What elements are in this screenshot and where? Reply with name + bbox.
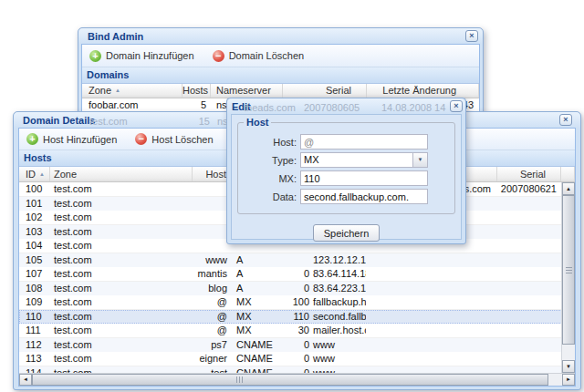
cell-zone: test.com — [50, 267, 193, 281]
cell-host: eigner — [193, 352, 231, 366]
scroll-down-icon[interactable]: ▼ — [562, 360, 575, 373]
cell-serial — [497, 239, 561, 253]
host-row[interactable]: 114 test.com test CNAME 0 www — [19, 366, 575, 374]
data-field[interactable] — [300, 189, 428, 204]
cell-host — [193, 239, 231, 253]
save-button[interactable]: Speichern — [313, 224, 381, 242]
cell-host: test — [193, 366, 231, 374]
cell-id: 113 — [19, 352, 50, 366]
scroll-up-icon[interactable]: ▲ — [562, 182, 575, 195]
scroll-right-icon[interactable]: ► — [562, 374, 575, 386]
bind-admin-titlebar[interactable]: Bind Admin × — [78, 28, 483, 44]
domain-details-title: Domain Details — [23, 115, 95, 126]
host-row[interactable]: 105 test.com www A 123.12.12.1 — [19, 253, 575, 268]
host-field[interactable] — [300, 134, 428, 150]
sort-asc-icon: ▲ — [115, 88, 120, 93]
cell-zone: test.com — [50, 282, 193, 296]
host-row[interactable]: 108 test.com blog A 0 83.64.223.186 — [19, 282, 575, 296]
host-field-label: Host: — [238, 137, 297, 148]
cell-data: second.fallbackup.com. — [309, 310, 366, 325]
remove-icon: − — [213, 50, 224, 62]
cell-data: www — [309, 366, 366, 374]
domains-panel-header: Domains — [82, 67, 479, 84]
horizontal-scrollbar[interactable]: ◄ ► — [19, 373, 575, 386]
cell-mx — [286, 253, 309, 268]
cell-id: 103 — [19, 225, 50, 240]
type-select[interactable]: MX ▼ — [300, 152, 428, 168]
cell-serial — [497, 225, 561, 240]
column-header-filler — [561, 167, 575, 181]
cell-data: 123.12.12.1 — [309, 253, 366, 268]
vertical-scrollbar-thumb[interactable] — [562, 195, 575, 345]
cell-serial — [497, 352, 561, 366]
column-header-zone[interactable]: Zone▲ — [82, 84, 182, 98]
type-field-label: Type: — [238, 155, 297, 166]
cell-host: www — [193, 253, 231, 268]
column-header-serial[interactable]: Serial — [497, 167, 561, 181]
cell-zone: test.com — [50, 225, 193, 240]
cell-zone: test.com — [50, 366, 193, 374]
cell-id: 112 — [19, 338, 50, 353]
cell-nameserver — [366, 366, 497, 374]
host-add-label: Host Hinzufügen — [43, 134, 117, 145]
mx-field[interactable] — [300, 170, 428, 186]
cell-type: A — [231, 267, 286, 281]
host-row[interactable]: 110 test.com @ MX 110 second.fallbackup.… — [19, 310, 575, 325]
cell-zone: test.com — [50, 310, 193, 325]
cell-serial — [497, 310, 561, 325]
cell-data: 83.64.114.186 — [309, 267, 366, 281]
cell-nameserver — [366, 310, 497, 325]
type-select-value: MX — [301, 153, 412, 167]
cell-nameserver — [366, 338, 497, 353]
bind-admin-close-icon[interactable]: × — [465, 30, 478, 42]
domain-delete-button[interactable]: − Domain Löschen — [210, 49, 308, 63]
cell-data: mailer.host.com — [309, 324, 366, 337]
ghost-zone-text: test.com — [89, 116, 128, 127]
host-delete-button[interactable]: − Host Löschen — [132, 132, 215, 146]
column-header-zone[interactable]: Zone — [50, 167, 193, 181]
bind-admin-toolbar: + Domain Hinzufügen − Domain Löschen — [82, 45, 479, 67]
cell-id: 114 — [19, 366, 50, 374]
column-header-id[interactable]: ID▲ — [19, 167, 50, 181]
host-fieldset: Host Host: Type: MX ▼ MX: Dat — [237, 122, 455, 214]
cell-nameserver — [366, 324, 497, 337]
cell-type: MX — [231, 295, 286, 309]
column-header-letzte-aenderung[interactable]: Letzte Änderung — [367, 84, 479, 98]
cell-zone: foobar.com — [82, 98, 182, 112]
host-row[interactable]: 107 test.com mantis A 0 83.64.114.186 — [19, 267, 575, 282]
cell-mx: 30 — [286, 324, 309, 337]
cell-mx: 0 — [286, 366, 309, 374]
host-add-button[interactable]: + Host Hinzufügen — [24, 132, 120, 146]
horizontal-scrollbar-thumb[interactable] — [32, 374, 548, 386]
edit-dialog-close-icon[interactable]: × — [450, 100, 463, 112]
host-row[interactable]: 113 test.com eigner CNAME 0 www — [19, 352, 575, 366]
domain-details-close-icon[interactable]: × — [559, 114, 572, 126]
vertical-scrollbar[interactable]: ▲ ▼ — [561, 182, 575, 373]
chevron-down-icon[interactable]: ▼ — [412, 153, 427, 167]
form-row-host: Host: — [238, 134, 447, 150]
scrollbar-grip — [236, 377, 244, 383]
host-row[interactable]: 109 test.com @ MX 100 fallbackup.host — [19, 295, 575, 310]
host-row[interactable]: 111 test.com @ MX 30 mailer.host.com — [19, 324, 575, 338]
column-header-host[interactable]: Host — [193, 167, 231, 181]
column-header-hosts[interactable]: Hosts — [182, 84, 211, 98]
cell-serial — [497, 366, 561, 374]
cell-data: 83.64.223.186 — [309, 282, 366, 296]
scrollbar-track[interactable] — [548, 374, 562, 386]
cell-mx: 0 — [286, 338, 309, 353]
column-header-nameserver[interactable]: Nameserver — [211, 84, 283, 98]
column-header-serial[interactable]: Serial — [283, 84, 367, 98]
domain-delete-label: Domain Löschen — [229, 50, 305, 61]
remove-icon: − — [135, 133, 147, 145]
desktop: Bind Admin × + Domain Hinzufügen − Domai… — [0, 0, 584, 392]
domain-add-button[interactable]: + Domain Hinzufügen — [87, 49, 197, 63]
scroll-left-icon[interactable]: ◄ — [19, 374, 32, 386]
host-fieldset-legend: Host — [244, 117, 271, 128]
bind-admin-title: Bind Admin — [88, 31, 143, 42]
cell-mx: 0 — [286, 267, 309, 281]
cell-type: MX — [231, 310, 286, 325]
cell-host: mantis — [193, 267, 231, 281]
cell-serial — [497, 253, 561, 268]
cell-host — [193, 211, 231, 224]
host-row[interactable]: 112 test.com ps7 CNAME 0 www — [19, 338, 575, 353]
